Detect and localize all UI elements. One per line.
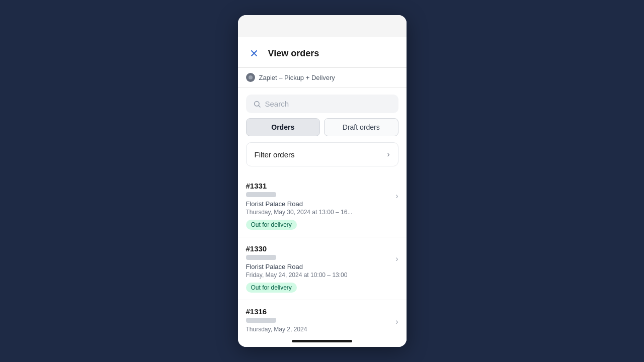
order-details: #1330 Florist Palace Road Friday, May 24…: [246, 244, 396, 293]
order-item[interactable]: #1331 Florist Palace Road Thursday, May …: [238, 174, 407, 237]
page-title: View orders: [268, 48, 319, 59]
orders-list: #1331 Florist Palace Road Thursday, May …: [238, 174, 407, 335]
main-content: Search Orders Draft orders Filter orders…: [238, 87, 407, 335]
header: View orders: [238, 37, 407, 68]
order-number: #1331: [246, 182, 396, 190]
search-placeholder: Search: [265, 100, 289, 108]
order-item[interactable]: #1316 Thursday, May 2, 2024 Order Comple…: [238, 300, 407, 335]
home-indicator: [238, 335, 407, 347]
order-item[interactable]: #1330 Florist Palace Road Friday, May 24…: [238, 237, 407, 300]
order-number: #1316: [246, 307, 396, 316]
order-date: Friday, May 24, 2024 at 10:00 – 13:00: [246, 272, 396, 279]
order-name-redacted: [246, 255, 276, 260]
search-icon: [253, 100, 261, 108]
source-row: Zapiet – Pickup + Delivery: [238, 68, 407, 87]
status-bar: [238, 15, 407, 37]
order-address: Florist Palace Road: [246, 200, 396, 208]
order-number: #1330: [246, 244, 396, 253]
source-label: Zapiet – Pickup + Delivery: [259, 74, 335, 81]
chevron-right-icon: ›: [387, 150, 389, 159]
search-box[interactable]: Search: [246, 95, 398, 113]
svg-line-3: [259, 106, 260, 107]
order-name-redacted: [246, 192, 276, 197]
order-name-redacted: [246, 318, 276, 323]
close-button[interactable]: [246, 45, 262, 61]
status-badge: Out for delivery: [246, 283, 297, 293]
filter-orders-row[interactable]: Filter orders ›: [246, 142, 398, 166]
order-chevron-icon: ›: [395, 317, 398, 326]
source-icon: [246, 73, 255, 82]
home-bar: [292, 340, 352, 342]
order-address: Florist Palace Road: [246, 263, 396, 270]
order-chevron-icon: ›: [395, 192, 398, 201]
search-container: Search: [238, 87, 407, 118]
order-date: Thursday, May 30, 2024 at 13:00 – 16...: [246, 209, 396, 216]
tab-draft-orders[interactable]: Draft orders: [324, 118, 398, 136]
filter-label: Filter orders: [255, 150, 295, 159]
status-badge: Out for delivery: [246, 220, 297, 230]
tab-orders[interactable]: Orders: [246, 118, 320, 136]
close-icon: [249, 48, 259, 58]
tabs-row: Orders Draft orders: [238, 118, 407, 142]
order-date: Thursday, May 2, 2024: [246, 326, 396, 333]
order-details: #1331 Florist Palace Road Thursday, May …: [246, 182, 396, 230]
order-chevron-icon: ›: [395, 254, 398, 263]
order-details: #1316 Thursday, May 2, 2024 Order Comple…: [246, 307, 396, 335]
